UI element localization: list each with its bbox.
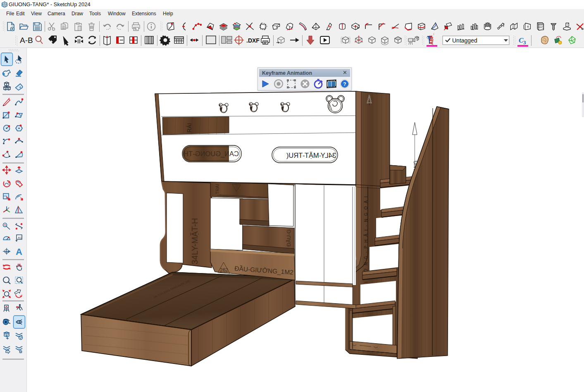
svg-text:34LY-MẶT-H: 34LY-MẶT-H bbox=[190, 218, 199, 264]
svg-text:34LY-MẶT-TRU(: 34LY-MẶT-TRU( bbox=[286, 152, 336, 159]
svg-text:262: 262 bbox=[220, 267, 228, 273]
svg-text:-TRÁI: -TRÁI bbox=[215, 184, 220, 196]
svg-text:?: ? bbox=[343, 81, 346, 87]
svg-text:ĐẦU-G: ĐẦU-G bbox=[286, 229, 292, 247]
svg-text:CAN_GUONG-TH: CAN_GUONG-TH bbox=[184, 150, 239, 158]
svg-text:RÁI: RÁI bbox=[186, 123, 193, 133]
